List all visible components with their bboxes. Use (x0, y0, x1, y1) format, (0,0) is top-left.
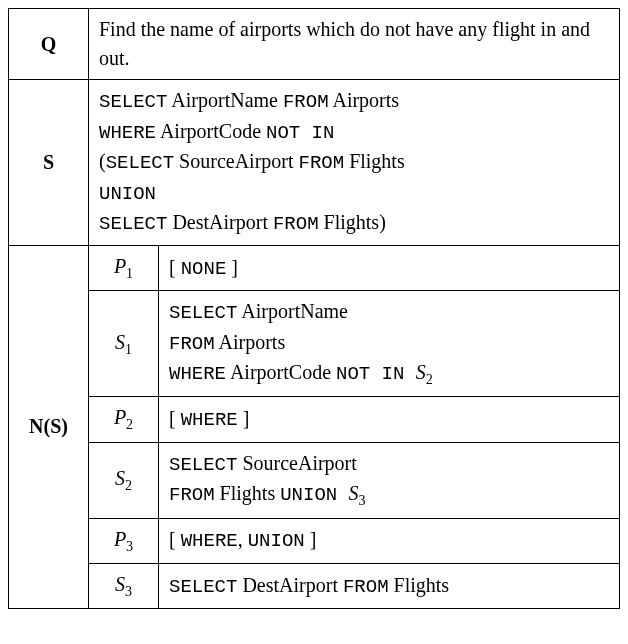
table-row: S1 SELECT AirportName FROM Airports WHER… (9, 291, 620, 397)
s2-content: SELECT SourceAirport FROM Flights UNION … (159, 442, 620, 518)
table-row: Q Find the name of airports which do not… (9, 9, 620, 80)
table-row: S3 SELECT DestAirport FROM Flights (9, 563, 620, 608)
row-label-ns: N(S) (9, 245, 89, 608)
sublabel-s3: S3 (89, 563, 159, 608)
table-row: S SELECT AirportName FROM Airports WHERE… (9, 80, 620, 246)
s1-content: SELECT AirportName FROM Airports WHERE A… (159, 291, 620, 397)
row-label-q: Q (9, 9, 89, 80)
s3-content: SELECT DestAirport FROM Flights (159, 563, 620, 608)
table-row: P3 [ WHERE, UNION ] (9, 518, 620, 563)
table-row: P2 [ WHERE ] (9, 397, 620, 442)
sublabel-p3: P3 (89, 518, 159, 563)
sublabel-s1: S1 (89, 291, 159, 397)
p2-content: [ WHERE ] (159, 397, 620, 442)
p3-content: [ WHERE, UNION ] (159, 518, 620, 563)
row-label-s: S (9, 80, 89, 246)
table-row: S2 SELECT SourceAirport FROM Flights UNI… (9, 442, 620, 518)
q-content: Find the name of airports which do not h… (89, 9, 620, 80)
sublabel-p2: P2 (89, 397, 159, 442)
sublabel-s2: S2 (89, 442, 159, 518)
sublabel-p1: P1 (89, 245, 159, 290)
example-table: Q Find the name of airports which do not… (8, 8, 620, 609)
table-row: N(S) P1 [ NONE ] (9, 245, 620, 290)
p1-content: [ NONE ] (159, 245, 620, 290)
s-content: SELECT AirportName FROM Airports WHERE A… (89, 80, 620, 246)
